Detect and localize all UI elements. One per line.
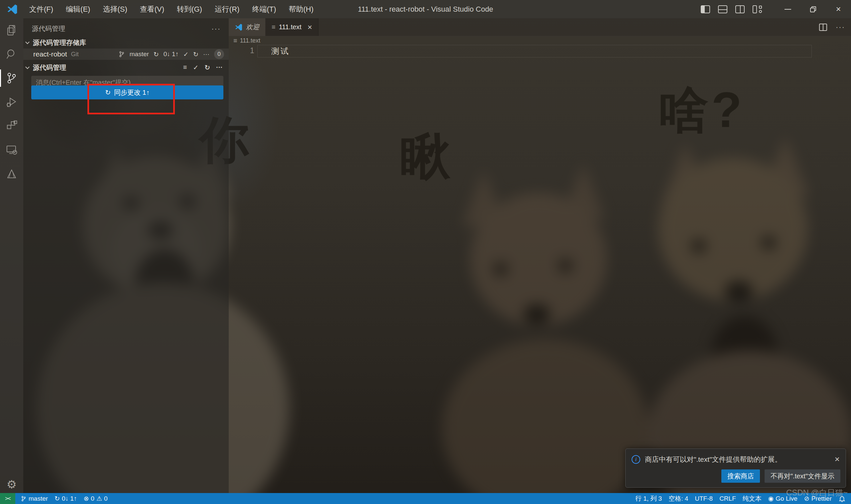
repo-sync-icon: ↻ <box>153 51 159 58</box>
warning-count: 0 <box>104 495 108 502</box>
mountain-extension-icon[interactable] <box>0 162 23 186</box>
breadcrumb[interactable]: ≡ 111.text <box>233 36 260 45</box>
menu-goto[interactable]: 转到(G) <box>173 2 206 16</box>
vscode-logo-icon <box>235 23 243 31</box>
line-text: 测试 <box>271 46 290 56</box>
activity-bar: ⚙ <box>0 18 23 493</box>
repositories-section-header[interactable]: 源代码管理存储库 <box>23 38 229 47</box>
commit-check-icon[interactable]: ✓ <box>183 51 188 58</box>
current-line-highlight <box>257 45 812 57</box>
status-branch-label: master <box>29 495 48 502</box>
title-bar: 文件(F) 编辑(E) 选择(S) 查看(V) 转到(G) 运行(R) 终端(T… <box>0 0 851 18</box>
repo-type: Git <box>71 51 79 58</box>
tab-close-icon[interactable]: × <box>307 23 312 32</box>
remote-indicator[interactable]: >< <box>0 493 15 504</box>
menu-select[interactable]: 选择(S) <box>99 2 131 16</box>
extensions-icon[interactable] <box>0 114 23 138</box>
status-language-mode[interactable]: 纯文本 <box>739 493 765 504</box>
repository-row[interactable]: react-robot Git master ↻ 0↓ 1↑ ✓ ↻ ··· 0 <box>23 49 229 60</box>
repo-name: react-robot <box>33 50 67 58</box>
code-area[interactable]: 1 测试 <box>229 45 851 493</box>
breadcrumb-file-label: 111.text <box>240 37 260 44</box>
close-button[interactable]: × <box>826 0 851 18</box>
editor-more-actions-icon[interactable]: ··· <box>836 23 845 32</box>
chevron-down-icon <box>25 65 30 69</box>
restore-button[interactable] <box>800 0 826 18</box>
red-annotation-rectangle <box>87 84 175 114</box>
menu-help[interactable]: 帮助(H) <box>285 2 318 16</box>
changes-badge: 0 <box>214 49 224 59</box>
notification-toast: i 商店中有可以对".text"文件提供帮助的扩展。 × 搜索商店 不再对".t… <box>625 449 846 488</box>
status-cursor-position[interactable]: 行 1, 列 3 <box>632 493 665 504</box>
menu-bar: 文件(F) 编辑(E) 选择(S) 查看(V) 转到(G) 运行(R) 终端(T… <box>25 2 318 16</box>
editor-group: 欢迎 ≡ 111.text × ··· ≡ 111.text 1 测试 <box>229 18 851 493</box>
window-title: 111.text - react-robot - Visual Studio C… <box>358 5 493 14</box>
repo-branch[interactable]: master <box>130 51 149 58</box>
status-encoding[interactable]: UTF-8 <box>691 493 716 504</box>
tab-welcome-label: 欢迎 <box>246 23 259 32</box>
notification-close-icon[interactable]: × <box>835 454 840 465</box>
search-marketplace-button[interactable]: 搜索商店 <box>721 469 760 483</box>
remote-explorer-icon[interactable] <box>0 138 23 162</box>
refresh-icon[interactable]: ↻ <box>204 64 210 71</box>
toggle-secondary-sidebar-icon[interactable] <box>735 5 745 13</box>
tab-bar: 欢迎 ≡ 111.text × ··· <box>229 18 851 36</box>
commit-check-icon[interactable]: ✓ <box>193 64 198 71</box>
error-count: 0 <box>91 495 94 502</box>
sidebar-panel-title: 源代码管理 <box>32 24 65 33</box>
notification-message: 商店中有可以对".text"文件提供帮助的扩展。 <box>645 455 782 464</box>
status-sync-counts: 0↓ 1↑ <box>62 495 77 502</box>
customize-layout-icon[interactable] <box>753 5 762 13</box>
status-problems[interactable]: ⊗ 0 ⚠ 0 <box>80 493 111 504</box>
repo-more-icon[interactable]: ··· <box>203 51 210 58</box>
run-debug-icon[interactable] <box>0 90 23 114</box>
repo-sync-counts[interactable]: 0↓ 1↑ <box>164 51 179 58</box>
explorer-icon[interactable] <box>0 18 23 42</box>
settings-gear-icon[interactable]: ⚙ <box>7 478 17 491</box>
source-control-icon[interactable] <box>0 66 23 90</box>
vscode-logo-icon <box>7 4 18 15</box>
split-editor-icon[interactable] <box>819 24 827 31</box>
scm-section-label: 源代码管理 <box>33 63 66 72</box>
dont-show-again-button[interactable]: 不再对".text"文件显示 <box>764 469 840 483</box>
scm-more-icon[interactable]: ··· <box>216 64 223 71</box>
tab-111-text[interactable]: ≡ 111.text × <box>266 18 319 36</box>
menu-edit[interactable]: 编辑(E) <box>62 2 94 16</box>
toggle-panel-icon[interactable] <box>718 5 727 13</box>
error-icon: ⊗ <box>84 495 89 502</box>
scm-section-header[interactable]: 源代码管理 ≡ ✓ ↻ ··· <box>23 62 229 72</box>
menu-view[interactable]: 查看(V) <box>136 2 168 16</box>
file-icon: ≡ <box>233 37 237 44</box>
warning-icon: ⚠ <box>96 495 102 502</box>
sync-icon: ↻ <box>55 495 60 502</box>
toggle-sidebar-icon[interactable] <box>701 5 710 13</box>
status-bar: >< master ↻ 0↓ 1↑ ⊗ 0 ⚠ 0 行 1, 列 3 空格: 4… <box>0 493 851 504</box>
view-as-list-icon[interactable]: ≡ <box>183 64 187 71</box>
line-number: 1 <box>250 46 254 55</box>
status-branch[interactable]: master <box>17 493 51 504</box>
status-sync[interactable]: ↻ 0↓ 1↑ <box>51 493 80 504</box>
refresh-icon[interactable]: ↻ <box>193 51 198 58</box>
panel-more-actions-icon[interactable]: ··· <box>212 24 221 33</box>
search-icon[interactable] <box>0 42 23 66</box>
status-eol[interactable]: CRLF <box>716 493 739 504</box>
menu-run[interactable]: 运行(R) <box>211 2 244 16</box>
broadcast-icon: ◉ <box>768 495 774 502</box>
menu-file[interactable]: 文件(F) <box>25 2 57 16</box>
csdn-watermark: CSDN @白日猫~ <box>786 487 848 498</box>
source-control-sidebar: 源代码管理 ··· 源代码管理存储库 react-robot Git maste… <box>23 18 229 493</box>
repositories-section-label: 源代码管理存储库 <box>33 38 86 47</box>
vscode-window: 你 瞅 啥? 文件(F) 编辑(E) 选择(S) 查看(V) 转到(G) 运行(… <box>0 0 851 504</box>
tab-welcome[interactable]: 欢迎 <box>229 18 266 36</box>
branch-icon <box>118 51 125 57</box>
file-icon: ≡ <box>272 23 276 31</box>
tab-111-text-label: 111.text <box>279 23 302 31</box>
branch-icon <box>21 496 26 502</box>
chevron-down-icon <box>25 40 30 44</box>
minimize-button[interactable] <box>775 0 800 18</box>
menu-terminal[interactable]: 终端(T) <box>248 2 280 16</box>
status-indentation[interactable]: 空格: 4 <box>665 493 691 504</box>
info-icon: i <box>632 455 640 464</box>
